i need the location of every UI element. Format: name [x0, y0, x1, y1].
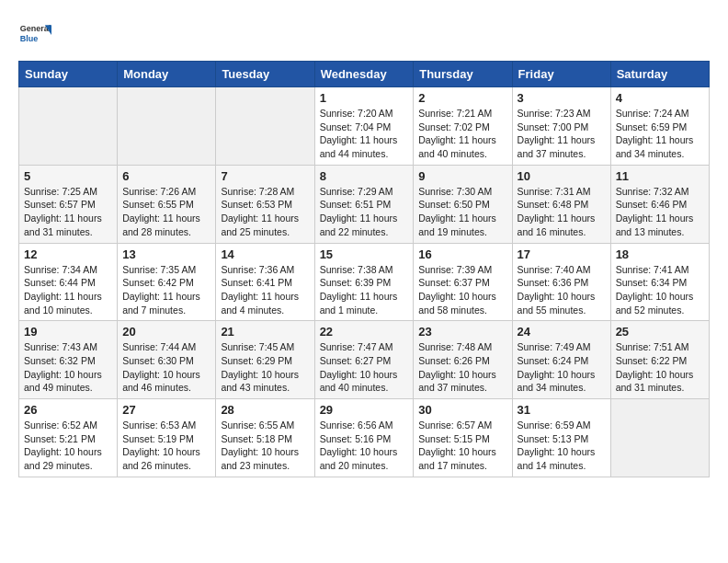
calendar-cell: 19Sunrise: 7:43 AM Sunset: 6:32 PM Dayli… — [19, 321, 118, 399]
day-number: 26 — [24, 403, 112, 417]
day-number: 23 — [418, 325, 506, 339]
day-info: Sunrise: 7:30 AM Sunset: 6:50 PM Dayligh… — [418, 185, 506, 239]
day-number: 10 — [518, 169, 606, 183]
day-info: Sunrise: 7:28 AM Sunset: 6:53 PM Dayligh… — [221, 185, 309, 239]
day-number: 8 — [320, 169, 409, 183]
day-number: 9 — [418, 169, 506, 183]
day-number: 13 — [122, 247, 210, 261]
day-number: 5 — [24, 169, 112, 183]
day-number: 22 — [320, 325, 409, 339]
day-info: Sunrise: 6:59 AM Sunset: 5:13 PM Dayligh… — [518, 419, 606, 473]
day-info: Sunrise: 7:35 AM Sunset: 6:42 PM Dayligh… — [122, 263, 210, 317]
day-info: Sunrise: 7:26 AM Sunset: 6:55 PM Dayligh… — [122, 185, 210, 239]
calendar-cell: 23Sunrise: 7:48 AM Sunset: 6:26 PM Dayli… — [414, 321, 512, 399]
calendar-cell: 12Sunrise: 7:34 AM Sunset: 6:44 PM Dayli… — [19, 243, 118, 321]
calendar-cell: 10Sunrise: 7:31 AM Sunset: 6:48 PM Dayli… — [512, 165, 610, 243]
day-info: Sunrise: 7:25 AM Sunset: 6:57 PM Dayligh… — [24, 185, 112, 239]
day-info: Sunrise: 7:23 AM Sunset: 7:00 PM Dayligh… — [518, 107, 606, 161]
day-info: Sunrise: 7:29 AM Sunset: 6:51 PM Dayligh… — [320, 185, 409, 239]
calendar-cell: 1Sunrise: 7:20 AM Sunset: 7:04 PM Daylig… — [314, 87, 414, 166]
day-info: Sunrise: 7:43 AM Sunset: 6:32 PM Dayligh… — [24, 340, 112, 395]
weekday-header-thursday: Thursday — [414, 62, 512, 87]
calendar-cell: 5Sunrise: 7:25 AM Sunset: 6:57 PM Daylig… — [19, 165, 118, 243]
calendar-cell: 6Sunrise: 7:26 AM Sunset: 6:55 PM Daylig… — [118, 165, 216, 243]
day-number: 28 — [221, 403, 309, 417]
calendar-cell: 4Sunrise: 7:24 AM Sunset: 6:59 PM Daylig… — [610, 87, 709, 166]
calendar-week-4: 26Sunrise: 6:52 AM Sunset: 5:21 PM Dayli… — [19, 399, 710, 477]
calendar-cell — [118, 87, 216, 166]
day-number: 1 — [320, 91, 409, 105]
calendar-cell: 24Sunrise: 7:49 AM Sunset: 6:24 PM Dayli… — [512, 321, 610, 399]
day-number: 29 — [320, 403, 409, 417]
day-info: Sunrise: 7:34 AM Sunset: 6:44 PM Dayligh… — [24, 263, 112, 317]
calendar-cell: 16Sunrise: 7:39 AM Sunset: 6:37 PM Dayli… — [414, 243, 512, 321]
calendar-cell: 21Sunrise: 7:45 AM Sunset: 6:29 PM Dayli… — [216, 321, 314, 399]
day-info: Sunrise: 7:47 AM Sunset: 6:27 PM Dayligh… — [320, 340, 409, 395]
calendar-table: SundayMondayTuesdayWednesdayThursdayFrid… — [18, 61, 710, 477]
day-info: Sunrise: 7:38 AM Sunset: 6:39 PM Dayligh… — [320, 263, 409, 317]
calendar-cell: 13Sunrise: 7:35 AM Sunset: 6:42 PM Dayli… — [118, 243, 216, 321]
calendar-cell — [19, 87, 118, 166]
day-number: 24 — [518, 325, 606, 339]
day-info: Sunrise: 7:51 AM Sunset: 6:22 PM Dayligh… — [616, 340, 704, 395]
calendar-cell: 9Sunrise: 7:30 AM Sunset: 6:50 PM Daylig… — [414, 165, 512, 243]
day-info: Sunrise: 7:41 AM Sunset: 6:34 PM Dayligh… — [616, 263, 704, 317]
day-number: 7 — [221, 169, 309, 183]
day-number: 20 — [122, 325, 210, 339]
day-info: Sunrise: 7:48 AM Sunset: 6:26 PM Dayligh… — [418, 340, 506, 395]
calendar-week-2: 12Sunrise: 7:34 AM Sunset: 6:44 PM Dayli… — [19, 243, 710, 321]
svg-text:Blue: Blue — [20, 34, 39, 43]
weekday-header-wednesday: Wednesday — [314, 62, 414, 87]
weekday-header-tuesday: Tuesday — [216, 62, 314, 87]
day-number: 21 — [221, 325, 309, 339]
day-info: Sunrise: 6:53 AM Sunset: 5:19 PM Dayligh… — [122, 419, 210, 473]
day-number: 14 — [221, 247, 309, 261]
calendar-cell: 20Sunrise: 7:44 AM Sunset: 6:30 PM Dayli… — [118, 321, 216, 399]
calendar-cell — [216, 87, 314, 166]
calendar-cell: 17Sunrise: 7:40 AM Sunset: 6:36 PM Dayli… — [512, 243, 610, 321]
day-number: 2 — [418, 91, 506, 105]
weekday-header-monday: Monday — [118, 62, 216, 87]
day-info: Sunrise: 6:52 AM Sunset: 5:21 PM Dayligh… — [24, 419, 112, 473]
day-number: 15 — [320, 247, 409, 261]
day-number: 18 — [616, 247, 704, 261]
day-info: Sunrise: 6:55 AM Sunset: 5:18 PM Dayligh… — [221, 419, 309, 473]
calendar-cell: 29Sunrise: 6:56 AM Sunset: 5:16 PM Dayli… — [314, 399, 414, 477]
day-number: 12 — [24, 247, 112, 261]
calendar-cell: 28Sunrise: 6:55 AM Sunset: 5:18 PM Dayli… — [216, 399, 314, 477]
weekday-header-saturday: Saturday — [610, 62, 709, 87]
calendar-cell: 26Sunrise: 6:52 AM Sunset: 5:21 PM Dayli… — [19, 399, 118, 477]
calendar-cell: 31Sunrise: 6:59 AM Sunset: 5:13 PM Dayli… — [512, 399, 610, 477]
day-info: Sunrise: 7:21 AM Sunset: 7:02 PM Dayligh… — [418, 107, 506, 161]
calendar-week-0: 1Sunrise: 7:20 AM Sunset: 7:04 PM Daylig… — [19, 87, 710, 166]
day-number: 6 — [122, 169, 210, 183]
calendar-cell: 27Sunrise: 6:53 AM Sunset: 5:19 PM Dayli… — [118, 399, 216, 477]
day-info: Sunrise: 7:40 AM Sunset: 6:36 PM Dayligh… — [518, 263, 606, 317]
weekday-header-sunday: Sunday — [19, 62, 118, 87]
day-number: 11 — [616, 169, 704, 183]
calendar-cell: 8Sunrise: 7:29 AM Sunset: 6:51 PM Daylig… — [314, 165, 414, 243]
calendar-cell: 15Sunrise: 7:38 AM Sunset: 6:39 PM Dayli… — [314, 243, 414, 321]
day-number: 31 — [518, 403, 606, 417]
day-info: Sunrise: 7:45 AM Sunset: 6:29 PM Dayligh… — [221, 340, 309, 395]
day-number: 17 — [518, 247, 606, 261]
calendar-cell: 14Sunrise: 7:36 AM Sunset: 6:41 PM Dayli… — [216, 243, 314, 321]
logo: General Blue — [18, 18, 51, 52]
calendar-week-1: 5Sunrise: 7:25 AM Sunset: 6:57 PM Daylig… — [19, 165, 710, 243]
day-info: Sunrise: 7:44 AM Sunset: 6:30 PM Dayligh… — [122, 340, 210, 395]
day-number: 4 — [616, 91, 704, 105]
day-number: 30 — [418, 403, 506, 417]
day-info: Sunrise: 7:32 AM Sunset: 6:46 PM Dayligh… — [616, 185, 704, 239]
day-number: 19 — [24, 325, 112, 339]
day-info: Sunrise: 6:56 AM Sunset: 5:16 PM Dayligh… — [320, 419, 409, 473]
day-number: 3 — [518, 91, 606, 105]
calendar-cell: 7Sunrise: 7:28 AM Sunset: 6:53 PM Daylig… — [216, 165, 314, 243]
calendar-cell: 3Sunrise: 7:23 AM Sunset: 7:00 PM Daylig… — [512, 87, 610, 166]
weekday-header-friday: Friday — [512, 62, 610, 87]
day-number: 25 — [616, 325, 704, 339]
calendar-week-3: 19Sunrise: 7:43 AM Sunset: 6:32 PM Dayli… — [19, 321, 710, 399]
calendar-cell: 11Sunrise: 7:32 AM Sunset: 6:46 PM Dayli… — [610, 165, 709, 243]
calendar-cell: 18Sunrise: 7:41 AM Sunset: 6:34 PM Dayli… — [610, 243, 709, 321]
calendar-cell: 25Sunrise: 7:51 AM Sunset: 6:22 PM Dayli… — [610, 321, 709, 399]
day-number: 16 — [418, 247, 506, 261]
